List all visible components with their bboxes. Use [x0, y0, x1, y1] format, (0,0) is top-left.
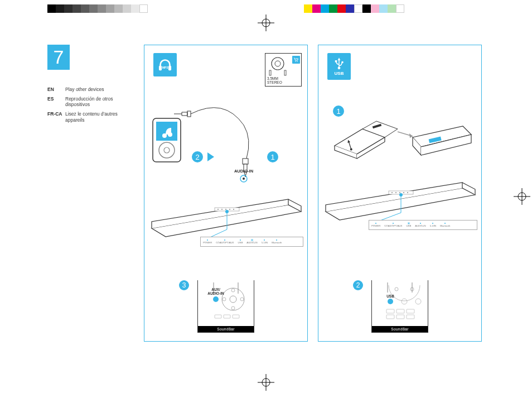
indicator-strip: POWER COAX/OPT/AUX USB AUDIO-IN 5.1/IN B… [369, 220, 477, 230]
crop-mark-right [514, 188, 530, 205]
lang-code: FR-CA [47, 111, 65, 123]
lang-row-frca: FR-CA Lisez le contenu d'autres appareil… [47, 111, 134, 123]
remote-button-label-2: AUDIO-IN [207, 291, 224, 295]
remote-control: 3 [197, 280, 254, 333]
step-badge-3: 3 [179, 280, 189, 290]
svg-point-40 [231, 289, 235, 292]
svg-point-70 [402, 299, 407, 304]
registration-bar-gray [47, 4, 148, 13]
svg-rect-47 [233, 315, 239, 318]
panel-mp3: MP3 [144, 45, 308, 342]
svg-rect-45 [215, 315, 221, 318]
crop-mark-top [258, 15, 274, 31]
registration-bar-color [304, 4, 404, 13]
svg-point-42 [223, 298, 226, 301]
svg-rect-77 [407, 315, 414, 319]
svg-point-69 [388, 299, 393, 304]
panel-usb: USB 1 [318, 45, 482, 342]
crop-mark-bottom [258, 374, 274, 391]
svg-point-67 [395, 287, 398, 291]
lang-row-en: EN Play other devices [47, 87, 134, 93]
svg-rect-76 [396, 315, 404, 319]
remote-face-svg [372, 282, 428, 326]
lang-code: ES [47, 96, 65, 108]
lang-text: Lisez le contenu d'autres appareils [65, 111, 134, 123]
svg-point-44 [213, 296, 219, 302]
callout-dot [225, 210, 229, 213]
remote-footer: SoundBar [372, 326, 428, 332]
remote-control: 2 [371, 280, 428, 333]
step-badge-2: 2 [353, 280, 363, 290]
lang-text: Play other devices [65, 87, 104, 93]
svg-rect-72 [386, 309, 394, 313]
svg-point-39 [230, 296, 236, 303]
svg-point-41 [231, 306, 235, 310]
svg-point-71 [415, 299, 421, 304]
step-number: 7 [47, 45, 70, 70]
svg-rect-75 [386, 315, 394, 319]
svg-rect-46 [224, 315, 230, 318]
callout-dot [399, 193, 403, 196]
remote-footer: SoundBar [198, 326, 254, 332]
svg-rect-74 [407, 309, 414, 313]
remote-button-label: USB [384, 295, 396, 299]
lang-row-es: ES Reproducción de otros dispositivos [47, 96, 134, 108]
svg-rect-73 [396, 309, 404, 313]
svg-point-43 [240, 298, 244, 301]
lang-code: EN [47, 87, 65, 93]
indicator-strip: POWER COAX/OPT/AUX USB AUDIO-IN 5.1/IN B… [200, 237, 303, 247]
lang-text: Reproducción de otros dispositivos [65, 96, 134, 108]
